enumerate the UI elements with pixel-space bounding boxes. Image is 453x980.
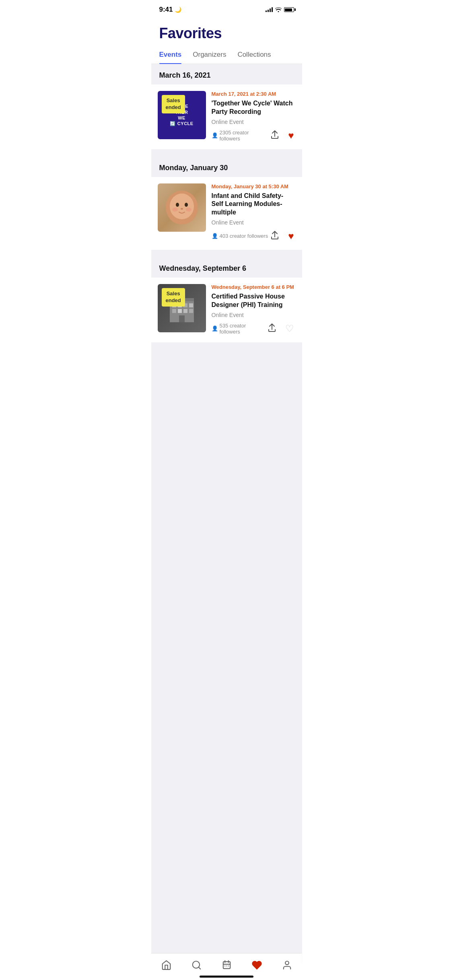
favorite-button-3[interactable]: ♡ (284, 321, 296, 336)
nav-home[interactable] (154, 958, 178, 964)
heart-icon-1: ♥ (288, 130, 294, 141)
nav-favorites[interactable] (245, 958, 268, 964)
heart-icon-2: ♥ (288, 231, 294, 241)
home-icon (161, 960, 171, 964)
event-type-2: Online Event (212, 219, 296, 226)
followers-count-2: 👤 403 creator followers (212, 233, 268, 239)
nav-tickets[interactable] (215, 958, 238, 964)
svg-rect-17 (179, 315, 185, 322)
event-thumbnail-passive: Salesended (158, 284, 206, 332)
baby-face-svg (164, 189, 200, 226)
nav-search[interactable] (185, 958, 208, 964)
tickets-icon (221, 960, 232, 964)
followers-count-1: 👤 2305 creator followers (212, 130, 269, 142)
signal-icon (266, 7, 273, 12)
wifi-icon (275, 7, 282, 12)
svg-point-18 (192, 961, 199, 964)
event-date-time-1: March 17, 2021 at 2:30 AM (212, 91, 296, 97)
share-button-2[interactable] (269, 229, 281, 243)
svg-point-2 (176, 203, 179, 207)
heart-icon-3: ♡ (285, 323, 294, 334)
share-button-1[interactable] (269, 128, 281, 142)
share-icon-1 (270, 130, 279, 140)
svg-rect-14 (178, 309, 182, 313)
svg-point-27 (285, 961, 289, 964)
followers-count-3: 👤 535 creator followers (212, 323, 266, 335)
share-button-3[interactable] (266, 321, 278, 336)
svg-rect-15 (183, 309, 187, 313)
svg-point-4 (181, 208, 183, 210)
svg-rect-13 (172, 309, 176, 313)
svg-point-6 (186, 208, 191, 212)
date-label-3: Wednesday, September 6 (159, 264, 246, 272)
date-section-1: March 16, 2021 (151, 64, 302, 84)
date-section-3: Wednesday, September 6 (151, 257, 302, 278)
svg-point-5 (172, 208, 178, 212)
svg-rect-20 (223, 961, 230, 964)
event-thumbnail-together-cycle: TOGE THER WE 🔄CYCLE Salesended (158, 91, 206, 139)
status-time: 9:41 (159, 6, 173, 14)
status-bar: 9:41 🌙 (151, 0, 302, 17)
date-label-2: Monday, January 30 (159, 164, 228, 172)
event-info-infant: Monday, January 30 at 5:30 AM Infant and… (212, 183, 296, 243)
header: Favorites (151, 17, 302, 46)
baby-image (158, 183, 206, 232)
event-meta-2: 👤 403 creator followers ♥ (212, 229, 296, 243)
svg-rect-16 (189, 309, 193, 313)
event-meta-1: 👤 2305 creator followers ♥ (212, 128, 296, 143)
favorite-button-2[interactable]: ♥ (286, 229, 295, 243)
event-type-1: Online Event (212, 119, 296, 125)
event-title-3: Certified Passive House Designer (PHI) T… (212, 292, 296, 309)
tab-collections[interactable]: Collections (237, 46, 271, 64)
event-date-time-2: Monday, January 30 at 5:30 AM (212, 183, 296, 189)
svg-point-1 (170, 194, 194, 219)
event-card-passive-house[interactable]: Salesended Wednesday, September 6 at 6 P… (151, 278, 302, 342)
event-card-infant-safety[interactable]: Monday, January 30 at 5:30 AM Infant and… (151, 177, 302, 250)
page-title: Favorites (159, 25, 294, 42)
event-meta-3: 👤 535 creator followers ♡ (212, 321, 296, 336)
event-card-together-cycle[interactable]: TOGE THER WE 🔄CYCLE Salesended March 17,… (151, 84, 302, 149)
event-type-3: Online Event (212, 312, 296, 318)
event-info-together-cycle: March 17, 2021 at 2:30 AM 'Together We C… (212, 91, 296, 143)
battery-icon (284, 7, 294, 12)
tab-events[interactable]: Events (159, 46, 182, 64)
event-actions-1: ♥ (269, 128, 295, 143)
sales-ended-badge-3: Salesended (162, 288, 185, 307)
event-title-1: 'Together We Cycle' Watch Party Recordin… (212, 99, 296, 116)
search-icon (191, 960, 202, 964)
favorites-icon (251, 960, 262, 964)
person-icon-1: 👤 (212, 132, 218, 138)
status-icons (266, 7, 294, 12)
svg-rect-12 (189, 303, 193, 307)
svg-point-3 (185, 203, 188, 207)
event-thumbnail-infant (158, 183, 206, 232)
moon-icon: 🌙 (175, 6, 181, 13)
event-info-passive: Wednesday, September 6 at 6 PM Certified… (212, 284, 296, 336)
date-label-1: March 16, 2021 (159, 71, 211, 79)
content-area: March 16, 2021 TOGE THER WE 🔄CYCLE Sales… (151, 64, 302, 964)
favorite-button-1[interactable]: ♥ (286, 128, 295, 143)
event-date-time-3: Wednesday, September 6 at 6 PM (212, 284, 296, 290)
sales-ended-badge-1: Salesended (162, 95, 185, 113)
profile-icon (282, 960, 292, 964)
share-icon-2 (270, 231, 279, 240)
tab-organizers[interactable]: Organizers (193, 46, 226, 64)
tabs-container: Events Organizers Collections (151, 46, 302, 64)
person-icon-2: 👤 (212, 233, 218, 239)
person-icon-3: 👤 (212, 325, 218, 331)
bottom-nav (151, 953, 302, 964)
date-section-2: Monday, January 30 (151, 156, 302, 177)
event-actions-3: ♡ (266, 321, 296, 336)
event-title-2: Infant and Child Safety- Self Learning M… (212, 192, 296, 217)
event-actions-2: ♥ (269, 229, 295, 243)
share-icon-3 (268, 323, 276, 333)
nav-profile[interactable] (275, 958, 299, 964)
